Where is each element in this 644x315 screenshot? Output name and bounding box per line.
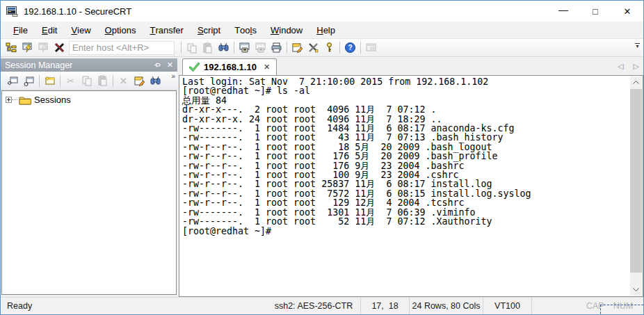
terminal-line: -rw-------. 1 root root 1484 11月 6 08:17… <box>182 124 627 133</box>
toolbar-separator <box>287 42 287 54</box>
clone-session-button[interactable] <box>363 40 379 56</box>
session-tree-icon <box>6 42 17 54</box>
close-icon: ✕ <box>624 6 631 17</box>
tree-item-label: Sessions <box>34 95 71 105</box>
host-input[interactable] <box>69 41 175 55</box>
window-controls: — □ ✕ <box>547 1 643 22</box>
terminal-line: -rw-r--r--. 1 root root 25837 11月 6 08:1… <box>182 179 627 188</box>
sm-new-session-button[interactable] <box>42 73 58 88</box>
global-options-icon <box>307 42 319 54</box>
close-button[interactable]: ✕ <box>611 1 643 22</box>
caps-lock-indicator: CAP <box>586 301 604 311</box>
disconnect-button[interactable] <box>51 40 67 56</box>
raw-log-session-button[interactable] <box>252 40 268 56</box>
help-button[interactable]: ? <box>342 40 358 56</box>
session-options-button[interactable] <box>289 40 305 56</box>
toolbar-separator <box>113 75 113 87</box>
terminal-scrollbar[interactable] <box>630 76 642 296</box>
tab-scroll-buttons: ◁ ▷ <box>618 62 639 71</box>
svg-text:?: ? <box>348 44 352 51</box>
clone-session-icon <box>365 42 377 54</box>
sm-connect-in-tab-icon <box>23 75 35 87</box>
toolbar-overflow-button[interactable]: ▾ <box>634 43 641 49</box>
tree-item-sessions[interactable]: Sessions <box>6 95 176 105</box>
copy-icon <box>186 42 198 54</box>
status-emulation: VT100 <box>483 298 532 314</box>
tab-close-icon[interactable]: ✕ <box>264 63 270 72</box>
sm-find-button[interactable] <box>147 73 163 88</box>
scroll-down-button[interactable] <box>630 284 642 296</box>
cut-icon: ✂ <box>67 76 74 86</box>
tree-expander-icon[interactable] <box>6 97 12 103</box>
terminal-line: dr-xr-xr-x. 24 root root 4096 11月 7 18:2… <box>182 115 627 124</box>
sm-copy-button[interactable] <box>79 73 95 88</box>
sm-delete-button[interactable]: ✕ <box>115 73 131 88</box>
menu-view[interactable]: View <box>64 22 97 38</box>
toolbar-separator <box>360 42 361 54</box>
menu-help[interactable]: Help <box>309 22 342 38</box>
terminal-line: -rw-------. 1 root root 52 11月 7 07:12 .… <box>182 217 627 226</box>
find-icon <box>218 42 230 54</box>
scroll-up-button[interactable] <box>630 76 642 88</box>
copy-button[interactable] <box>184 40 200 56</box>
session-manager-toggle-button[interactable] <box>3 40 19 56</box>
titlebar: 192.168.1.10 - SecureCRT — □ ✕ <box>1 1 643 22</box>
chevron-up-icon <box>633 81 639 84</box>
keygen-button[interactable] <box>321 40 337 56</box>
menu-window[interactable]: Window <box>264 22 309 38</box>
folder-icon <box>19 95 31 105</box>
status-lock-indicators: CAP NUM <box>582 298 643 314</box>
terminal-line: -rw-r--r--. 1 root root 7572 11月 6 08:15… <box>182 189 627 198</box>
menu-transfer[interactable]: Transfer <box>143 22 190 38</box>
paste-button[interactable] <box>200 40 216 56</box>
log-session-icon <box>239 42 250 54</box>
terminal-pane: 192.168.1.10 ✕ ◁ ▷ Last login: Sat Nov 7… <box>179 57 643 297</box>
toolbar-separator <box>181 42 182 54</box>
panel-overflow-icon[interactable]: » <box>171 72 175 80</box>
sm-connect-button[interactable] <box>5 73 21 88</box>
sm-cut-button[interactable]: ✂ <box>63 73 79 88</box>
terminal-line: -rw-r--r--. 1 root root 176 5月 20 2009 .… <box>182 152 627 161</box>
sm-paste-button[interactable] <box>95 73 111 88</box>
sm-new-session-icon <box>44 75 56 87</box>
maximize-button[interactable]: □ <box>579 1 611 22</box>
menu-edit[interactable]: Edit <box>35 22 64 38</box>
global-options-button[interactable] <box>305 40 321 56</box>
toolbar-separator <box>339 42 340 54</box>
menu-script[interactable]: Script <box>191 22 227 38</box>
tab-scroll-right-icon[interactable]: ▷ <box>634 62 639 71</box>
panel-close-icon[interactable]: ✕ <box>167 60 173 70</box>
minimize-button[interactable]: — <box>547 1 579 22</box>
terminal-line: -rw-r--r--. 1 root root 18 5月 20 2009 .b… <box>182 143 627 152</box>
window-title: 192.168.1.10 - SecureCRT <box>24 6 131 17</box>
status-cursor-position: 17, 18 <box>361 298 410 314</box>
session-manager-title: Session Manager <box>5 60 72 70</box>
menu-file[interactable]: File <box>6 22 35 38</box>
quick-connect-icon <box>22 42 33 54</box>
connect-in-tab-button[interactable] <box>35 40 51 56</box>
scrollbar-thumb[interactable] <box>630 89 642 273</box>
quick-connect-button[interactable] <box>19 40 35 56</box>
session-tab[interactable]: 192.168.1.10 ✕ <box>182 58 277 75</box>
find-button[interactable] <box>216 40 232 56</box>
terminal-line: dr-xr-x---. 2 root root 4096 11月 7 07:12… <box>182 105 627 114</box>
menu-options[interactable]: Options <box>98 22 143 38</box>
raw-log-session-icon <box>255 42 266 54</box>
connect-in-tab-icon <box>38 42 49 54</box>
statusbar: Ready ssh2: AES-256-CTR 17, 18 24 Rows, … <box>1 297 643 314</box>
terminal-line: -rw-r--r--. 1 root root 100 9月 23 2004 .… <box>182 170 627 179</box>
menubar: FileEditViewOptionsTransferScriptToolsWi… <box>1 22 643 39</box>
delete-icon: ✕ <box>120 76 127 86</box>
pin-icon[interactable] <box>154 61 161 69</box>
sm-connect-in-tab-button[interactable] <box>21 73 37 88</box>
help-icon: ? <box>344 42 356 54</box>
log-session-button[interactable] <box>236 40 252 56</box>
tab-scroll-left-icon[interactable]: ◁ <box>618 62 623 71</box>
terminal-line: -rw-r--r--. 1 root root 129 12月 4 2004 .… <box>182 198 627 207</box>
sm-properties-button[interactable] <box>131 73 147 88</box>
terminal[interactable]: Last login: Sat Nov 7 21:10:00 2015 from… <box>179 75 643 297</box>
terminal-line: Last login: Sat Nov 7 21:10:00 2015 from… <box>182 77 627 86</box>
menu-tools[interactable]: Tools <box>227 22 264 38</box>
print-button[interactable] <box>268 40 284 56</box>
connected-check-icon <box>189 63 200 72</box>
